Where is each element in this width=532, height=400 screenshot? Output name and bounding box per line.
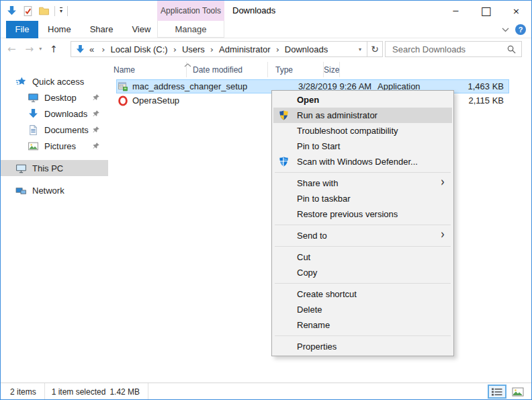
ribbon-right-controls: ? <box>502 21 526 38</box>
menu-send-to[interactable]: Send to › <box>273 228 452 243</box>
menu-item-label: Run as administrator <box>297 110 378 120</box>
forward-button[interactable]: → <box>26 44 34 54</box>
breadcrumb-item[interactable]: › Administrator <box>205 44 271 54</box>
thumbnails-view-button[interactable] <box>508 385 527 399</box>
menu-delete[interactable]: Delete › <box>273 302 452 317</box>
breadcrumb-item[interactable]: › Downloads <box>271 44 328 54</box>
menu-scan-with-windows-defender[interactable]: Scan with Windows Defender... › <box>273 154 452 169</box>
menu-item-label: Open <box>297 95 319 105</box>
maximize-button[interactable]: □ <box>471 1 501 21</box>
menu-troubleshoot-compatibility[interactable]: Troubleshoot compatibility › <box>273 123 452 138</box>
column-header[interactable]: Name <box>109 62 187 77</box>
tab-file[interactable]: File <box>6 21 38 38</box>
menu-item-label: Share with <box>297 178 338 188</box>
breadcrumb-item[interactable]: › Local Disk (C:) <box>96 44 167 54</box>
tab-share[interactable]: Share <box>81 21 123 38</box>
menu-item-label: Rename <box>297 320 330 330</box>
context-menu-item[interactable]: › <box>275 225 451 225</box>
window-title: Downloads <box>232 1 275 21</box>
breadcrumb-overflow-icon[interactable]: « <box>89 44 94 54</box>
history-chevron[interactable]: ▾ <box>39 46 42 52</box>
selection-info: 1 item selected 1.42 MB <box>45 383 148 400</box>
navigation-buttons: ←→▾↑ <box>7 39 58 59</box>
tab-view[interactable]: View <box>122 21 160 38</box>
pictures-icon <box>28 141 39 152</box>
pin-icon <box>92 110 100 118</box>
tab-home[interactable]: Home <box>38 21 81 38</box>
menu-rename[interactable]: Rename › <box>273 317 452 333</box>
sidebar-item-this-pc[interactable]: This PC <box>1 160 108 176</box>
menu-properties[interactable]: Properties › <box>273 339 452 354</box>
menu-pin-to-taskbar[interactable]: Pin to taskbar › <box>273 191 452 206</box>
customize-qat-chevron-icon[interactable]: ▾ <box>60 7 62 14</box>
help-icon[interactable]: ? <box>515 24 526 35</box>
selection-size: 1.42 MB <box>109 387 140 397</box>
address-bar: ←→▾↑ « › Local Disk (C:) › Users › Admin… <box>1 39 531 59</box>
column-headers: NameDate modifiedTypeSize <box>109 60 531 77</box>
quick-access-toolbar: ▾ <box>6 1 68 21</box>
new-folder-icon[interactable] <box>38 5 50 17</box>
minimize-button[interactable]: ─ <box>441 1 471 21</box>
menu-create-shortcut[interactable]: Create shortcut › <box>273 286 452 302</box>
menu-item-label: Send to <box>297 231 327 241</box>
title-bar: ▾ Application Tools Downloads ─□× <box>1 1 531 21</box>
close-button[interactable]: × <box>501 1 531 21</box>
downloads-arrow-icon[interactable] <box>6 5 17 17</box>
sidebar-item-downloads[interactable]: Downloads <box>1 106 108 122</box>
column-header[interactable]: Size <box>324 62 340 77</box>
menu-item-label: Copy <box>297 268 317 278</box>
context-menu-item[interactable]: › <box>275 283 451 284</box>
submenu-arrow-icon: › <box>441 175 445 190</box>
menu-share-with[interactable]: Share with › <box>273 175 452 191</box>
network-icon <box>15 185 27 196</box>
search-input[interactable] <box>391 44 504 55</box>
sidebar-item-network[interactable]: Network <box>1 182 108 198</box>
view-toggle-buttons <box>488 385 527 399</box>
sidebar-item-documents[interactable]: Documents <box>1 122 108 138</box>
toolbar-separator <box>67 6 68 16</box>
submenu-arrow-icon: › <box>441 227 445 243</box>
context-menu-item[interactable]: › <box>275 335 451 336</box>
menu-restore-previous-versions[interactable]: Restore previous versions › <box>273 206 452 222</box>
sidebar-item-desktop[interactable]: Desktop <box>1 89 108 106</box>
properties-check-icon[interactable] <box>22 5 34 17</box>
breadcrumb-separator-icon: › <box>173 44 177 54</box>
menu-cut[interactable]: Cut › <box>273 249 452 265</box>
breadcrumb: › Local Disk (C:) › Users › Administrato… <box>96 44 353 54</box>
menu-item-label: Restore previous versions <box>297 209 398 219</box>
details-view-button[interactable] <box>488 385 506 399</box>
ribbon-collapse-chevron-icon[interactable] <box>502 28 509 32</box>
up-button[interactable]: ↑ <box>50 44 58 54</box>
window-controls: ─□× <box>441 1 531 21</box>
sidebar-item-quick-access[interactable]: Quick access <box>1 73 108 89</box>
search-icon[interactable] <box>506 44 517 54</box>
tab-manage[interactable]: Manage <box>157 21 224 38</box>
file-size: 2,115 KB <box>453 95 509 106</box>
this-pc-icon <box>15 163 27 174</box>
context-menu-item[interactable]: › <box>275 172 451 173</box>
sidebar-item-pictures[interactable]: Pictures <box>1 138 108 154</box>
address-dropdown-chevron-icon[interactable]: ▾ <box>353 42 367 56</box>
context-menu-item[interactable]: › <box>275 246 451 247</box>
menu-copy[interactable]: Copy › <box>273 265 452 280</box>
back-button[interactable]: ← <box>7 44 16 54</box>
breadcrumb-separator-icon: › <box>101 44 105 54</box>
file-size: 1,463 KB <box>453 81 509 91</box>
menu-pin-to-start[interactable]: Pin to Start › <box>273 138 452 154</box>
menu-open[interactable]: Open › <box>273 92 452 108</box>
pin-icon <box>92 142 100 150</box>
menu-item-label: Properties <box>297 342 337 352</box>
opera-icon <box>118 95 128 106</box>
column-header[interactable]: Date modified <box>187 62 268 77</box>
menu-item-label: Scan with Windows Defender... <box>297 157 418 167</box>
menu-item-label: Cut <box>297 252 310 262</box>
menu-run-as-administrator[interactable]: Run as administrator › <box>273 108 452 123</box>
breadcrumb-item[interactable]: › Users <box>168 44 205 54</box>
address-box[interactable]: « › Local Disk (C:) › Users › Administra… <box>71 41 367 57</box>
menu-item-label: Pin to taskbar <box>297 194 351 204</box>
refresh-button[interactable]: ↻ <box>367 41 383 57</box>
downloads-arrow-icon <box>75 44 85 54</box>
pin-icon <box>92 93 100 102</box>
file-name: mac_address_changer_setup <box>132 81 247 91</box>
column-header[interactable]: Type <box>268 62 324 77</box>
